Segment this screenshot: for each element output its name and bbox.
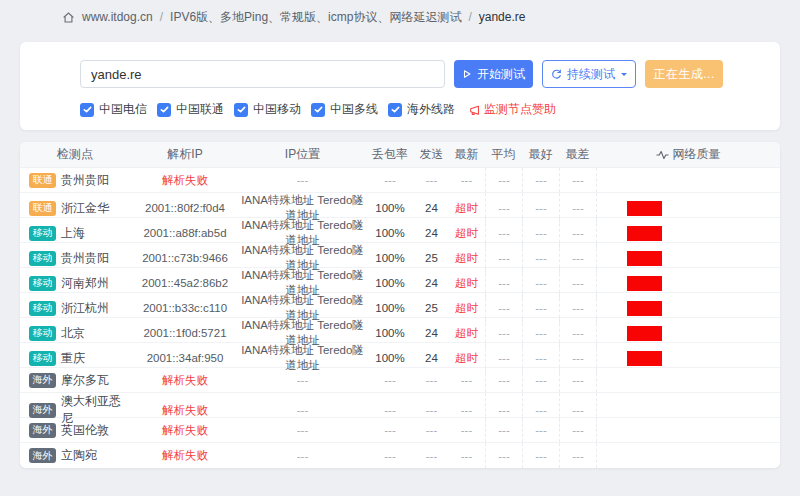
resolved-ip: 2001::c73b:9466 (130, 252, 240, 264)
breadcrumb-section[interactable]: IPV6版、多地Ping、常规版、icmp协议、网络延迟测试 (170, 9, 461, 26)
generating-button[interactable]: 正在生成... (645, 60, 723, 88)
carrier-badge: 移动 (29, 276, 56, 291)
node-cell: 海外 摩尔多瓦 (20, 372, 130, 389)
table-row: 海外 英国伦敦 解析失败 --- --- --- --- --- --- --- (20, 418, 780, 443)
sent-count: 24 (415, 202, 448, 214)
sent-count: 24 (415, 352, 448, 364)
node-cell: 海外 立陶宛 (20, 447, 130, 464)
table-row: 联通 贵州贵阳 解析失败 --- --- --- --- --- --- --- (20, 168, 780, 193)
test-controls: 开始测试 持续测试 正在生成... (80, 60, 780, 88)
sponsor-link[interactable]: 监测节点赞助 (469, 101, 556, 118)
packet-loss: 100% (365, 227, 415, 239)
checkbox-checked-icon[interactable] (80, 103, 94, 117)
packet-loss: 100% (365, 352, 415, 364)
table-row: 海外 立陶宛 解析失败 --- --- --- --- --- --- --- (20, 443, 780, 468)
carrier-badge: 海外 (29, 448, 56, 463)
checkbox-checked-icon[interactable] (234, 103, 248, 117)
packet-loss: 100% (365, 202, 415, 214)
best-latency: --- (522, 443, 559, 468)
resolved-ip: 2001::80f2:f0d4 (130, 202, 240, 214)
header-best: 最好 (522, 146, 559, 163)
node-cell: 移动 重庆 (20, 350, 130, 367)
quality-bar (627, 301, 662, 316)
latest-latency: 超时 (448, 301, 485, 316)
header-latest: 最新 (448, 146, 485, 163)
avg-latency: --- (485, 418, 522, 442)
worst-latency: --- (559, 168, 596, 192)
latest-latency: 超时 (448, 276, 485, 291)
breadcrumb: www.itdog.cn / IPV6版、多地Ping、常规版、icmp协议、网… (0, 0, 800, 34)
host-input[interactable] (80, 60, 445, 88)
header-quality-label: 网络质量 (673, 146, 721, 163)
carrier-badge: 联通 (29, 173, 56, 188)
play-icon (462, 69, 472, 79)
latest-latency: 超时 (448, 226, 485, 241)
avg-latency: --- (485, 368, 522, 392)
line-checkbox[interactable]: 中国多线 (311, 101, 378, 118)
sent-count: 25 (415, 252, 448, 264)
latest-latency: 超时 (448, 326, 485, 341)
resolved-ip: 2001::1f0d:5721 (130, 327, 240, 339)
breadcrumb-separator: / (160, 10, 163, 24)
test-panel: 开始测试 持续测试 正在生成... 中国电信 中国联通 中国移动 中国多线 (20, 42, 780, 130)
header-avg: 平均 (485, 146, 522, 163)
line-checkbox[interactable]: 中国电信 (80, 101, 147, 118)
line-checkbox[interactable]: 中国联通 (157, 101, 224, 118)
quality-bar (627, 251, 662, 266)
continuous-test-label: 持续测试 (567, 66, 615, 83)
node-name: 贵州贵阳 (61, 250, 109, 267)
packet-loss: 100% (365, 252, 415, 264)
header-location: IP位置 (240, 146, 365, 163)
header-worst: 最差 (559, 146, 596, 163)
checkbox-checked-icon[interactable] (388, 103, 402, 117)
latest-latency: 超时 (448, 251, 485, 266)
checkbox-checked-icon[interactable] (311, 103, 325, 117)
table-body: 联通 贵州贵阳 解析失败 --- --- --- --- --- --- ---… (20, 168, 780, 468)
quality-bar (627, 201, 662, 216)
node-name: 浙江金华 (61, 200, 109, 217)
node-name: 立陶宛 (61, 447, 97, 464)
refresh-icon (551, 69, 562, 80)
latest-latency: --- (448, 374, 485, 386)
carrier-badge: 移动 (29, 301, 56, 316)
best-latency: --- (522, 168, 559, 192)
latest-latency: --- (448, 450, 485, 462)
sent-count: 24 (415, 327, 448, 339)
node-cell: 移动 河南郑州 (20, 275, 130, 292)
carrier-badge: 海外 (29, 373, 56, 388)
checkbox-checked-icon[interactable] (157, 103, 171, 117)
ip-location: IANA特殊地址 Teredo隧道地址 (240, 343, 365, 373)
ip-location: --- (240, 450, 365, 462)
worst-latency: --- (559, 368, 596, 392)
quality-cell (596, 368, 780, 392)
pulse-icon (656, 150, 669, 160)
quality-bar (627, 226, 662, 241)
resolved-ip: 解析失败 (130, 403, 240, 418)
packet-loss: --- (365, 374, 415, 386)
header-sent: 发送 (415, 146, 448, 163)
breadcrumb-site[interactable]: www.itdog.cn (82, 10, 153, 24)
latest-latency: --- (448, 404, 485, 416)
table-header: 检测点 解析IP IP位置 丢包率 发送 最新 平均 最好 最差 网络质量 (20, 142, 780, 168)
line-checkbox[interactable]: 海外线路 (388, 101, 455, 118)
node-cell: 联通 贵州贵阳 (20, 172, 130, 189)
continuous-test-button[interactable]: 持续测试 (542, 60, 636, 88)
table-row: 移动 贵州贵阳 2001::c73b:9466 IANA特殊地址 Teredo隧… (20, 243, 780, 268)
header-loss: 丢包率 (365, 146, 415, 163)
header-ip: 解析IP (130, 146, 240, 163)
header-node: 检测点 (20, 146, 130, 163)
resolved-ip: 2001::b33c:c110 (130, 302, 240, 314)
sent-count: --- (415, 374, 448, 386)
line-checkbox[interactable]: 中国移动 (234, 101, 301, 118)
chevron-down-icon (621, 73, 627, 79)
table-row: 移动 重庆 2001::34af:950 IANA特殊地址 Teredo隧道地址… (20, 343, 780, 368)
start-test-button[interactable]: 开始测试 (454, 60, 533, 88)
carrier-badge: 联通 (29, 201, 56, 216)
generating-label: 正在生成... (653, 66, 715, 83)
sent-count: --- (415, 404, 448, 416)
ip-location: --- (240, 404, 365, 416)
avg-latency: --- (485, 443, 522, 468)
checkbox-label: 海外线路 (407, 101, 455, 118)
sent-count: --- (415, 174, 448, 186)
carrier-badge: 海外 (29, 423, 56, 438)
